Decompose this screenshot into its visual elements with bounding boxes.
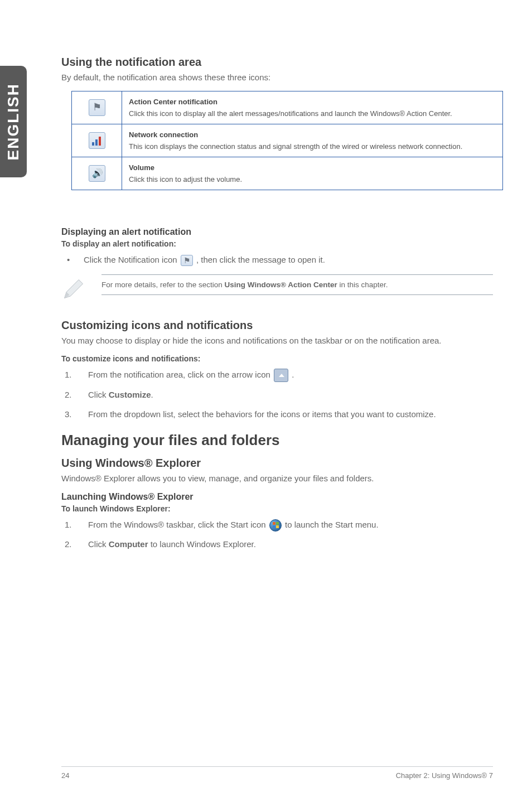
- pencil-icon: [61, 274, 88, 303]
- bold-customize: Customize: [109, 390, 151, 399]
- row-title: Volume: [129, 163, 496, 172]
- text-fragment: Click: [88, 390, 109, 399]
- text-fragment: , then click the message to open it.: [196, 255, 325, 264]
- note-block: For more details, refer to the section U…: [61, 274, 493, 303]
- list-item: Click Customize.: [61, 389, 493, 402]
- table-row: Volume Click this icon to adjust the vol…: [72, 157, 503, 190]
- list-item: From the Windows® taskbar, click the Sta…: [61, 519, 493, 532]
- text-fragment: From the Windows® taskbar, click the Sta…: [88, 520, 268, 529]
- text-fragment: For more details, refer to the section: [101, 281, 225, 289]
- intro-customizing: You may choose to display or hide the ic…: [61, 335, 493, 346]
- table-row: Network connection This icon displays th…: [72, 124, 503, 157]
- heading-managing: Managing your files and folders: [61, 432, 493, 449]
- intro-notification-area: By default, the notification area shows …: [61, 72, 493, 83]
- intro-explorer: Windows® Explorer allows you to view, ma…: [61, 473, 493, 484]
- heading-launching-explorer: Launching Windows® Explorer: [61, 492, 493, 502]
- subhead-customize: To customize icons and notifications:: [61, 354, 493, 363]
- text-fragment: Click: [88, 539, 109, 549]
- list-item: Click the Notification icon , then click…: [61, 254, 493, 267]
- subhead-display-alert: To display an alert notification:: [61, 239, 493, 248]
- language-tab: ENGLISH: [0, 66, 27, 177]
- page-number: 24: [61, 771, 69, 780]
- desc-cell: Action Center notification Click this ic…: [122, 91, 503, 124]
- page-content: Using the notification area By default, …: [61, 0, 493, 551]
- text-fragment: .: [292, 370, 294, 379]
- row-title: Network connection: [129, 131, 496, 139]
- page-footer: 24 Chapter 2: Using Windows® 7: [61, 766, 493, 780]
- notification-flag-icon: [181, 255, 193, 266]
- heading-customizing: Customizing icons and notifications: [61, 319, 493, 332]
- list-item: Click Computer to launch Windows Explore…: [61, 538, 493, 551]
- subhead-launch-explorer: To launch Windows Explorer:: [61, 504, 493, 513]
- row-title: Action Center notification: [129, 98, 496, 106]
- note-bold: Using Windows® Action Center: [225, 281, 337, 289]
- row-desc: This icon displays the connection status…: [129, 142, 462, 151]
- heading-using-explorer: Using Windows® Explorer: [61, 457, 493, 470]
- launch-steps: From the Windows® taskbar, click the Sta…: [61, 519, 493, 551]
- heading-display-alert: Displaying an alert notification: [61, 227, 493, 237]
- alert-steps-list: Click the Notification icon , then click…: [61, 254, 493, 267]
- text-fragment: to launch Windows Explorer.: [148, 539, 256, 549]
- text-fragment: From the notification area, click on the…: [88, 370, 273, 379]
- text-fragment: From the dropdown list, select the behav…: [88, 409, 436, 419]
- row-desc: Click this icon to adjust the volume.: [129, 175, 242, 183]
- list-item: From the notification area, click on the…: [61, 369, 493, 382]
- desc-cell: Volume Click this icon to adjust the vol…: [122, 157, 503, 190]
- text-fragment: in this chapter.: [337, 281, 388, 289]
- icon-cell: [72, 157, 122, 190]
- text-fragment: to launch the Start menu.: [285, 520, 379, 529]
- row-desc: Click this icon to display all the alert…: [129, 109, 452, 118]
- icon-cell: [72, 124, 122, 157]
- notification-icons-table: Action Center notification Click this ic…: [71, 91, 503, 190]
- arrow-up-icon: [274, 369, 288, 382]
- bold-computer: Computer: [109, 539, 148, 549]
- volume-icon: [89, 165, 105, 182]
- network-connection-icon: [89, 132, 105, 149]
- icon-cell: [72, 91, 122, 124]
- heading-notification-area: Using the notification area: [61, 56, 493, 69]
- chapter-label: Chapter 2: Using Windows® 7: [396, 771, 493, 780]
- desc-cell: Network connection This icon displays th…: [122, 124, 503, 157]
- text-fragment: .: [151, 390, 153, 399]
- customize-steps: From the notification area, click on the…: [61, 369, 493, 421]
- language-tab-text: ENGLISH: [4, 83, 22, 160]
- table-row: Action Center notification Click this ic…: [72, 91, 503, 124]
- list-item: From the dropdown list, select the behav…: [61, 408, 493, 421]
- note-text: For more details, refer to the section U…: [101, 274, 493, 295]
- text-fragment: Click the Notification icon: [84, 255, 180, 264]
- action-center-flag-icon: [89, 99, 105, 116]
- start-icon: [269, 519, 282, 532]
